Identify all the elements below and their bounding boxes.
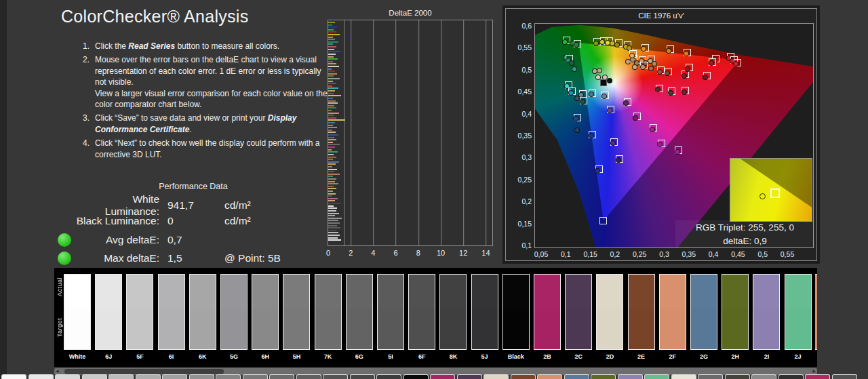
- swatch-2E[interactable]: [628, 274, 655, 350]
- deltae-bar[interactable]: [328, 200, 335, 201]
- next-page-swatch[interactable]: [671, 374, 696, 379]
- swatch-7K[interactable]: [315, 274, 342, 350]
- swatch-6J[interactable]: [95, 274, 122, 350]
- deltae-bar[interactable]: [328, 117, 336, 119]
- next-page-swatch[interactable]: [832, 374, 857, 379]
- swatch-2J[interactable]: [785, 274, 812, 350]
- deltae-bar[interactable]: [328, 31, 336, 33]
- deltae-bar[interactable]: [328, 198, 338, 199]
- next-page-swatch[interactable]: [778, 374, 804, 379]
- deltae-bar[interactable]: [328, 237, 338, 239]
- next-page-swatch[interactable]: [108, 374, 134, 379]
- next-page-swatch[interactable]: [484, 374, 509, 379]
- deltae-bar[interactable]: [328, 178, 336, 180]
- next-page-swatch[interactable]: [28, 374, 54, 379]
- deltae-bar[interactable]: [328, 22, 335, 23]
- next-page-swatch[interactable]: [751, 374, 776, 379]
- next-page-swatch[interactable]: [457, 374, 482, 379]
- deltae-bar[interactable]: [328, 81, 333, 82]
- swatch-5I[interactable]: [377, 274, 404, 350]
- deltae-plot-area[interactable]: [328, 20, 493, 246]
- deltae-bar[interactable]: [328, 37, 333, 38]
- swatch-2G[interactable]: [690, 274, 717, 350]
- deltae-bar[interactable]: [328, 218, 342, 219]
- deltae-bar[interactable]: [328, 235, 340, 236]
- swatch-partial-next[interactable]: [815, 274, 817, 350]
- next-page-swatch[interactable]: [350, 374, 375, 379]
- deltae-bar[interactable]: [328, 222, 340, 224]
- deltae-bar[interactable]: [328, 85, 332, 87]
- deltae-bar[interactable]: [328, 188, 336, 189]
- deltae-bar[interactable]: [328, 43, 333, 45]
- deltae-bar[interactable]: [328, 122, 335, 123]
- next-page-swatch[interactable]: [1, 374, 26, 379]
- deltae-bar[interactable]: [328, 110, 332, 111]
- deltae-bar[interactable]: [328, 137, 334, 138]
- swatch-6H[interactable]: [252, 274, 279, 350]
- swatch-6I[interactable]: [158, 274, 185, 350]
- deltae-bar[interactable]: [328, 174, 340, 175]
- deltae-bar[interactable]: [328, 161, 339, 163]
- deltae-bar[interactable]: [328, 193, 336, 195]
- deltae-bar[interactable]: [328, 129, 332, 131]
- next-page-swatch[interactable]: [55, 374, 80, 379]
- deltae-bar[interactable]: [328, 39, 335, 40]
- swatch-5H[interactable]: [283, 274, 310, 350]
- deltae-bar[interactable]: [328, 95, 341, 96]
- deltae-bar[interactable]: [328, 73, 337, 75]
- deltae-bar[interactable]: [328, 63, 336, 64]
- deltae-bar[interactable]: [328, 186, 334, 187]
- deltae-bar[interactable]: [328, 220, 338, 221]
- deltae-bar[interactable]: [328, 139, 336, 140]
- swatch-6K[interactable]: [189, 274, 216, 350]
- swatch-2D[interactable]: [596, 274, 623, 350]
- swatch-2C[interactable]: [565, 274, 592, 350]
- deltae-bar[interactable]: [328, 68, 332, 70]
- deltae-bar[interactable]: [328, 230, 336, 231]
- deltae-bar[interactable]: [328, 239, 341, 241]
- swatch-5J[interactable]: [471, 274, 498, 350]
- deltae-bar[interactable]: [328, 154, 334, 155]
- deltae-bar[interactable]: [328, 71, 335, 72]
- deltae-bar[interactable]: [328, 105, 334, 106]
- next-page-swatch[interactable]: [805, 374, 830, 379]
- deltae-bar[interactable]: [328, 210, 336, 212]
- deltae-bar[interactable]: [328, 29, 334, 31]
- deltae-bar[interactable]: [328, 227, 340, 228]
- deltae-bar[interactable]: [328, 195, 332, 197]
- deltae-bar[interactable]: [328, 144, 340, 145]
- deltae-bar[interactable]: [328, 183, 338, 184]
- deltae-bar[interactable]: [328, 107, 336, 108]
- deltae-bar[interactable]: [328, 203, 340, 204]
- deltae-bar[interactable]: [328, 146, 335, 148]
- deltae-bar[interactable]: [328, 166, 332, 167]
- deltae-bar[interactable]: [328, 207, 337, 209]
- next-page-swatch[interactable]: [618, 374, 643, 379]
- deltae-bar[interactable]: [328, 119, 345, 121]
- deltae-bar[interactable]: [328, 163, 336, 165]
- deltae-bar[interactable]: [328, 54, 336, 55]
- deltae-bar[interactable]: [328, 58, 338, 60]
- deltae-bar[interactable]: [328, 132, 336, 133]
- deltae-bar[interactable]: [328, 90, 335, 92]
- deltae-bar[interactable]: [328, 46, 336, 47]
- swatch-5F[interactable]: [126, 274, 153, 350]
- deltae-bar[interactable]: [328, 115, 334, 116]
- next-page-swatch[interactable]: [82, 374, 107, 379]
- swatch-2B[interactable]: [534, 274, 561, 350]
- next-page-swatch[interactable]: [243, 374, 268, 379]
- deltae-bar[interactable]: [328, 169, 337, 170]
- next-page-swatch[interactable]: [430, 374, 455, 379]
- deltae-bar[interactable]: [328, 66, 339, 67]
- swatch-2H[interactable]: [722, 274, 749, 350]
- next-page-swatch[interactable]: [591, 374, 616, 379]
- deltae-bar[interactable]: [328, 83, 336, 84]
- swatch-White[interactable]: [64, 274, 91, 350]
- deltae-bar[interactable]: [328, 151, 338, 153]
- next-page-swatch[interactable]: [189, 374, 214, 379]
- deltae-bar[interactable]: [328, 87, 338, 89]
- next-page-swatch[interactable]: [216, 374, 241, 379]
- deltae-bar[interactable]: [328, 176, 333, 177]
- deltae-bar[interactable]: [328, 78, 340, 79]
- deltae-bar[interactable]: [328, 191, 333, 192]
